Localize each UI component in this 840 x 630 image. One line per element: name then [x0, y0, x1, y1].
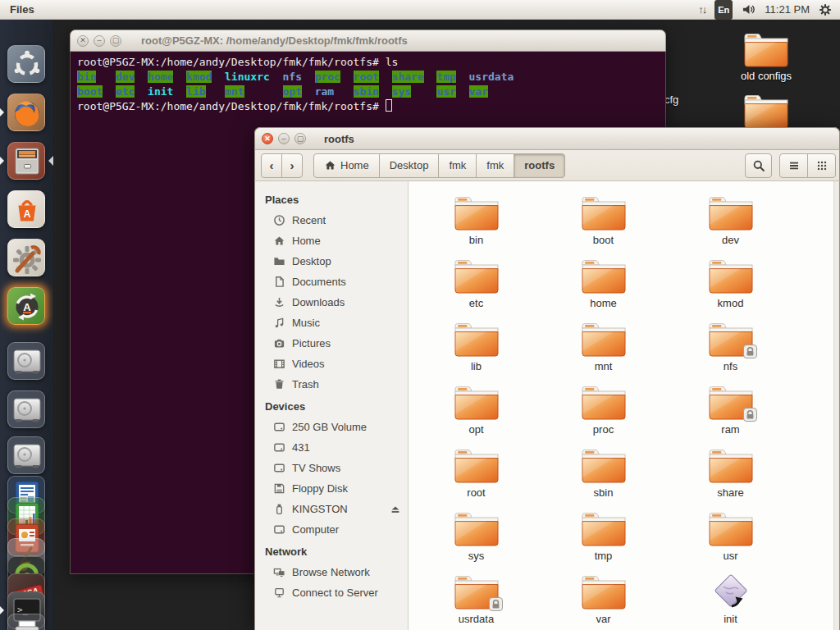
network-arrows-icon[interactable]: ↑↓	[698, 0, 705, 20]
sidebar-item-trash[interactable]: Trash	[255, 374, 408, 395]
search-button[interactable]	[745, 153, 772, 178]
keyboard-layout-badge[interactable]: En	[714, 0, 733, 20]
running-indicator	[0, 157, 4, 165]
files-content: bin boot dev etc home kmod	[409, 181, 839, 630]
lock-emblem-icon	[743, 408, 757, 422]
folder-icon	[581, 384, 627, 422]
launcher-system-settings-icon[interactable]	[7, 239, 45, 276]
file-item-boot[interactable]: boot	[540, 194, 667, 258]
folder-icon	[581, 258, 627, 295]
sidebar-item-connect-to-server[interactable]: Connect to Server	[255, 582, 408, 603]
folder-icon	[708, 510, 754, 548]
file-item-lib[interactable]: lib	[413, 321, 540, 384]
drive-icon	[273, 421, 285, 433]
file-item-init[interactable]: init	[667, 573, 794, 630]
content-scrollbar[interactable]	[833, 181, 839, 630]
file-item-bin[interactable]: bin	[413, 194, 540, 258]
sidebar-item-250-gb-volume[interactable]: 250 GB Volume	[255, 417, 408, 437]
file-item-usrdata[interactable]: usrdata	[413, 573, 540, 630]
file-item-usr[interactable]: usr	[667, 510, 794, 573]
files-body: PlacesRecentHomeDesktopDocumentsDownload…	[254, 181, 840, 630]
forward-button[interactable]: ›	[281, 153, 303, 178]
file-item-tmp[interactable]: tmp	[540, 510, 667, 573]
file-item-sbin[interactable]: sbin	[540, 447, 667, 510]
sidebar-item-floppy-disk[interactable]: Floppy Disk	[255, 478, 408, 499]
file-item-kmod[interactable]: kmod	[667, 258, 794, 321]
server-icon	[273, 587, 285, 599]
file-item-ram[interactable]: ram	[667, 384, 794, 447]
sidebar-item-recent[interactable]: Recent	[255, 210, 408, 231]
clock[interactable]: 11:21 PM	[765, 0, 810, 20]
file-item-nfs[interactable]: nfs	[667, 321, 794, 384]
launcher-printer-icon[interactable]	[7, 614, 45, 630]
file-item-label: kmod	[718, 297, 744, 309]
sidebar-item-home[interactable]: Home	[255, 231, 408, 251]
file-item-label: home	[590, 297, 617, 309]
file-item-proc[interactable]: proc	[540, 384, 667, 447]
close-icon[interactable]: ✕	[262, 133, 273, 144]
maximize-icon[interactable]: ▢	[110, 35, 121, 47]
file-item-opt[interactable]: opt	[413, 384, 540, 447]
drive-icon	[273, 462, 285, 474]
camera-icon	[273, 337, 285, 349]
file-item-share[interactable]: share	[667, 447, 794, 510]
desktop-icon-partial-label[interactable]: cfg	[664, 94, 678, 106]
launcher-software-center-icon[interactable]: A	[7, 190, 45, 228]
desktop-icon-label: old configs	[741, 70, 792, 82]
terminal-line: root@P5GZ-MX:/home/andy/Desktop/fmk/fmk/…	[77, 55, 659, 70]
file-item-dev[interactable]: dev	[667, 194, 794, 258]
grid-view-button[interactable]	[807, 153, 836, 178]
files-titlebar[interactable]: ✕ – ▢ rootfs	[254, 127, 840, 150]
breadcrumb-home[interactable]: Home	[313, 153, 380, 178]
breadcrumb-rootfs[interactable]: rootfs	[514, 153, 565, 178]
minimize-icon[interactable]: –	[278, 133, 290, 144]
sidebar-item-tv-shows[interactable]: TV Shows	[255, 458, 408, 478]
file-item-home[interactable]: home	[540, 258, 667, 321]
desktop-icon-old configs[interactable]: old configs	[727, 31, 806, 82]
maximize-icon[interactable]: ▢	[294, 133, 306, 144]
file-item-mnt[interactable]: mnt	[540, 321, 667, 384]
volume-icon[interactable]	[742, 0, 756, 20]
film-icon	[273, 358, 285, 370]
folder-icon	[581, 510, 627, 548]
sidebar-item-computer[interactable]: Computer	[255, 519, 408, 540]
close-icon[interactable]: ✕	[77, 35, 89, 47]
sidebar-item-music[interactable]: Music	[255, 313, 408, 333]
list-view-button[interactable]	[779, 153, 808, 178]
breadcrumb-desktop[interactable]: Desktop	[379, 153, 440, 178]
file-item-label: ram	[721, 423, 739, 436]
terminal-titlebar[interactable]: ✕ – ▢ root@P5GZ-MX: /home/andy/Desktop/f…	[70, 30, 666, 52]
folder-icon	[708, 321, 754, 358]
svg-text:A: A	[23, 301, 31, 313]
sidebar-item-431[interactable]: 431	[255, 437, 408, 458]
window-title: rootfs	[324, 133, 354, 145]
sidebar-item-kingston[interactable]: KINGSTON	[255, 499, 408, 519]
file-item-sys[interactable]: sys	[413, 510, 540, 573]
breadcrumb-fmk[interactable]: fmk	[476, 153, 514, 178]
file-item-root[interactable]: root	[413, 447, 540, 510]
sidebar-item-videos[interactable]: Videos	[255, 354, 408, 374]
session-gear-icon[interactable]	[819, 0, 832, 20]
launcher-hard-drive-icon[interactable]	[7, 390, 45, 428]
back-button[interactable]: ‹	[261, 153, 282, 178]
breadcrumb-fmk[interactable]: fmk	[438, 153, 477, 178]
eject-icon[interactable]	[390, 504, 401, 515]
launcher-hard-drive-icon[interactable]	[7, 436, 45, 474]
launcher-hard-drive-icon[interactable]	[7, 342, 45, 380]
sidebar-item-documents[interactable]: Documents	[255, 272, 408, 292]
launcher-files-icon[interactable]	[7, 142, 45, 180]
launcher-software-updater-icon[interactable]: A	[7, 287, 45, 325]
app-menu-files[interactable]: Files	[0, 0, 44, 19]
file-item-etc[interactable]: etc	[413, 258, 540, 321]
sidebar-item-desktop[interactable]: Desktop	[255, 251, 408, 272]
desktop-icon-folder[interactable]	[727, 93, 806, 130]
minimize-icon[interactable]: –	[94, 35, 105, 47]
sidebar-item-downloads[interactable]: Downloads	[255, 292, 408, 313]
launcher-dash-home-icon[interactable]	[7, 45, 45, 83]
sidebar-item-pictures[interactable]: Pictures	[255, 333, 408, 354]
sidebar-item-browse-network[interactable]: Browse Network	[255, 562, 408, 582]
home-icon	[273, 235, 285, 247]
launcher-firefox-icon[interactable]	[7, 94, 45, 131]
file-item-var[interactable]: var	[540, 573, 667, 630]
breadcrumb: HomeDesktopfmkfmkrootfs	[313, 153, 565, 178]
